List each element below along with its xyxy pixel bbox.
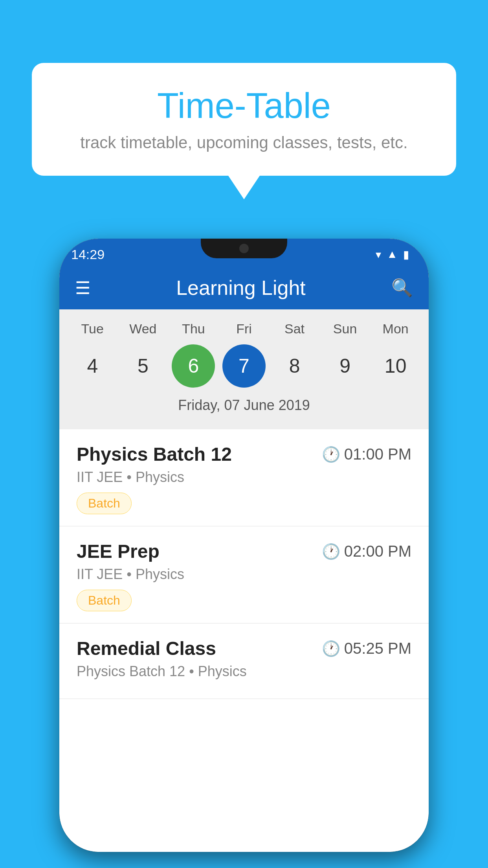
- speech-bubble: Time-Table track timetable, upcoming cla…: [32, 63, 456, 176]
- day-headers: Tue Wed Thu Fri Sat Sun Mon: [59, 317, 429, 340]
- phone-mockup: 14:29 ▾ ▲ ▮ ☰ Learning Light 🔍 Tue Wed T…: [59, 239, 429, 852]
- class-meta-2: IIT JEE • Physics: [77, 566, 411, 583]
- class-time-2: 🕐 02:00 PM: [322, 542, 411, 560]
- day-header-thu: Thu: [172, 321, 215, 337]
- day-header-mon: Mon: [374, 321, 417, 337]
- class-name-3: Remedial Class: [77, 638, 216, 659]
- app-title: Learning Light: [106, 276, 376, 300]
- status-time: 14:29: [71, 247, 105, 262]
- day-5[interactable]: 5: [121, 344, 165, 388]
- class-list: Physics Batch 12 🕐 01:00 PM IIT JEE • Ph…: [59, 429, 429, 852]
- class-item-3[interactable]: Remedial Class 🕐 05:25 PM Physics Batch …: [59, 623, 429, 699]
- day-7-selected[interactable]: 7: [222, 344, 266, 388]
- bubble-title: Time-Table: [63, 86, 425, 125]
- class-name-2: JEE Prep: [77, 541, 160, 562]
- day-header-tue: Tue: [71, 321, 114, 337]
- clock-icon-3: 🕐: [322, 640, 340, 657]
- clock-icon-1: 🕐: [322, 446, 340, 463]
- day-header-wed: Wed: [121, 321, 165, 337]
- status-icons: ▾ ▲ ▮: [376, 248, 409, 261]
- battery-icon: ▮: [403, 248, 409, 261]
- class-item-1[interactable]: Physics Batch 12 🕐 01:00 PM IIT JEE • Ph…: [59, 429, 429, 526]
- class-time-3: 🕐 05:25 PM: [322, 640, 411, 657]
- class-item-2[interactable]: JEE Prep 🕐 02:00 PM IIT JEE • Physics Ba…: [59, 526, 429, 623]
- batch-badge-1: Batch: [77, 493, 132, 514]
- signal-icon: ▲: [387, 248, 398, 261]
- class-time-text-3: 05:25 PM: [344, 640, 411, 657]
- bubble-subtitle: track timetable, upcoming classes, tests…: [63, 133, 425, 152]
- class-item-1-header: Physics Batch 12 🕐 01:00 PM: [77, 443, 411, 465]
- clock-icon-2: 🕐: [322, 543, 340, 560]
- selected-date-label: Friday, 07 June 2019: [59, 392, 429, 421]
- calendar-strip: Tue Wed Thu Fri Sat Sun Mon 4 5 6 7 8 9 …: [59, 309, 429, 429]
- batch-badge-2: Batch: [77, 590, 132, 611]
- class-name-1: Physics Batch 12: [77, 443, 232, 465]
- bubble-arrow: [228, 176, 260, 199]
- class-item-2-header: JEE Prep 🕐 02:00 PM: [77, 541, 411, 562]
- day-header-sun: Sun: [323, 321, 367, 337]
- phone-screen: 14:29 ▾ ▲ ▮ ☰ Learning Light 🔍 Tue Wed T…: [59, 239, 429, 852]
- day-header-sat: Sat: [273, 321, 316, 337]
- day-8[interactable]: 8: [273, 344, 316, 388]
- class-item-3-header: Remedial Class 🕐 05:25 PM: [77, 638, 411, 659]
- class-time-text-2: 02:00 PM: [344, 542, 411, 560]
- speech-bubble-section: Time-Table track timetable, upcoming cla…: [0, 63, 488, 199]
- day-header-fri: Fri: [222, 321, 266, 337]
- class-meta-1: IIT JEE • Physics: [77, 469, 411, 485]
- day-9[interactable]: 9: [323, 344, 367, 388]
- class-time-1: 🕐 01:00 PM: [322, 445, 411, 463]
- phone-outer: 14:29 ▾ ▲ ▮ ☰ Learning Light 🔍 Tue Wed T…: [59, 239, 429, 852]
- wifi-icon: ▾: [376, 248, 381, 261]
- class-meta-3: Physics Batch 12 • Physics: [77, 663, 411, 680]
- day-6-today[interactable]: 6: [172, 344, 215, 388]
- class-time-text-1: 01:00 PM: [344, 445, 411, 463]
- camera-dot: [239, 244, 249, 253]
- day-4[interactable]: 4: [71, 344, 114, 388]
- search-icon[interactable]: 🔍: [391, 278, 413, 298]
- day-numbers: 4 5 6 7 8 9 10: [59, 340, 429, 392]
- hamburger-icon[interactable]: ☰: [75, 278, 90, 298]
- day-10[interactable]: 10: [374, 344, 417, 388]
- phone-notch: [201, 239, 287, 258]
- app-bar: ☰ Learning Light 🔍: [59, 266, 429, 309]
